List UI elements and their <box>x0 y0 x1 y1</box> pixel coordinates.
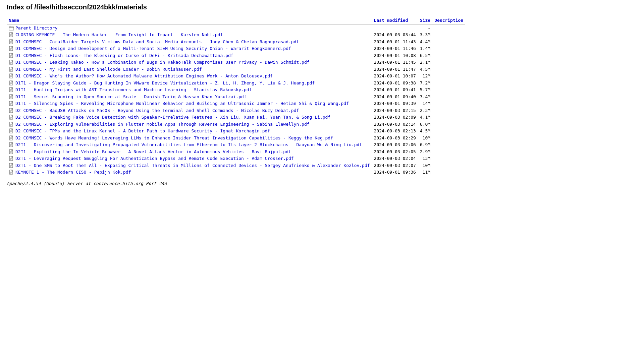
file-description <box>432 79 465 86</box>
file-modified: 2024-09-03 02:09 <box>372 114 418 121</box>
file-modified: 2024-09-03 02:06 <box>372 141 418 148</box>
table-row: D1T1 - Secret Scanning in Open Source at… <box>7 93 465 100</box>
table-row: CLOSING KEYNOTE - The Modern Hacker – Fr… <box>7 32 465 39</box>
pdf-icon <box>9 170 14 175</box>
pdf-icon <box>9 80 14 86</box>
table-row: D2 COMMSEC - Words Have Meaning! Leverag… <box>7 134 465 141</box>
parent-modified <box>372 24 418 32</box>
server-info: Apache/2.4.54 (Ubuntu) Server at confere… <box>7 181 637 186</box>
file-description <box>432 59 465 66</box>
file-modified: 2024-09-03 02:14 <box>372 121 418 128</box>
last-modified-column-header[interactable]: Last modified <box>374 18 408 23</box>
table-row: D1 COMMSEC - Design and Development of a… <box>7 45 465 52</box>
table-row: D2T1 - Discovering and Investigating Pro… <box>7 141 465 148</box>
table-row: D1 COMMSEC - Who's the Author? How Autom… <box>7 73 465 80</box>
parent-desc <box>432 24 465 32</box>
file-link[interactable]: D1 COMMSEC - CoralRaider Targets Victims… <box>15 39 299 44</box>
file-modified: 2024-09-01 11:47 <box>372 66 418 73</box>
file-size: 4.5M <box>418 66 432 73</box>
file-link[interactable]: D1 COMMSEC - Leaking Kakao - How a Combi… <box>15 60 310 65</box>
file-modified: 2024-09-01 11:43 <box>372 38 418 45</box>
file-description <box>432 128 465 135</box>
table-row: D2T1 - One SMS to Root Them All - Exposi… <box>7 162 465 169</box>
pdf-icon <box>9 53 14 58</box>
file-size: 14M <box>418 100 432 107</box>
file-modified: 2024-09-03 02:13 <box>372 128 418 135</box>
file-link[interactable]: D2 COMMSEC - BadUSB Attacks on MacOS - B… <box>15 108 299 113</box>
file-modified: 2024-09-01 09:41 <box>372 86 418 94</box>
file-link[interactable]: D2 COMMSEC - Exploring Vulnerabilities i… <box>15 122 310 127</box>
file-modified: 2024-09-03 03:44 <box>372 32 418 39</box>
file-description <box>432 148 465 155</box>
file-description <box>432 100 465 107</box>
pdf-icon <box>9 32 14 38</box>
file-link[interactable]: D1 COMMSEC - Design and Development of a… <box>15 46 291 51</box>
file-size: 5.7M <box>418 86 432 94</box>
file-modified: 2024-09-01 09:36 <box>372 169 418 176</box>
table-row: D2T1 - Leveraging Request Smuggling For … <box>7 155 465 162</box>
file-link[interactable]: D2T1 - One SMS to Root Them All - Exposi… <box>15 163 370 168</box>
file-description <box>432 114 465 121</box>
pdf-icon <box>9 94 14 100</box>
pdf-icon <box>9 142 14 148</box>
file-link[interactable]: D1 COMMSEC - Who's the Author? How Autom… <box>15 73 273 78</box>
parent-dir-icon <box>9 25 14 31</box>
file-modified: 2024-09-01 09:40 <box>372 93 418 100</box>
table-row: D2T1 - Exploiting the In-Vehicle Browser… <box>7 148 465 155</box>
file-size: 7.2M <box>418 79 432 86</box>
file-description <box>432 45 465 52</box>
file-description <box>432 121 465 128</box>
file-link[interactable]: D1T1 - Hunting Trojans with AST Transfor… <box>15 87 252 92</box>
file-description <box>432 134 465 141</box>
description-column-header[interactable]: Description <box>434 18 463 23</box>
table-row: D1T1 - Hunting Trojans with AST Transfor… <box>7 86 465 94</box>
file-description <box>432 162 465 169</box>
pdf-icon <box>9 115 14 120</box>
file-size: 2.1M <box>418 59 432 66</box>
file-modified: 2024-09-01 10:07 <box>372 73 418 80</box>
file-link[interactable]: D2T1 - Discovering and Investigating Pro… <box>15 142 362 147</box>
file-link[interactable]: D1T1 - Silencing Spies - Revealing Micro… <box>15 101 349 106</box>
table-row: D1 COMMSEC - My First and Last Shellcode… <box>7 66 465 73</box>
file-size: 4.5M <box>418 128 432 135</box>
table-row: D1T1 - Silencing Spies - Revealing Micro… <box>7 100 465 107</box>
pdf-icon <box>9 87 14 93</box>
file-description <box>432 86 465 94</box>
file-link[interactable]: CLOSING KEYNOTE - The Modern Hacker – Fr… <box>15 32 223 37</box>
file-modified: 2024-09-03 02:05 <box>372 148 418 155</box>
pdf-icon <box>9 108 14 113</box>
file-size: 6.5M <box>418 52 432 59</box>
file-link[interactable]: D1 COMMSEC - My First and Last Shellcode… <box>15 67 202 72</box>
size-column-header[interactable]: Size <box>420 18 430 23</box>
file-size: 10M <box>418 134 432 141</box>
file-description <box>432 73 465 80</box>
table-row: D2 COMMSEC - BadUSB Attacks on MacOS - B… <box>7 107 465 114</box>
file-link[interactable]: D2 COMMSEC - Words Have Meaning! Leverag… <box>15 135 333 140</box>
pdf-icon <box>9 46 14 52</box>
file-modified: 2024-09-01 11:46 <box>372 45 418 52</box>
name-column-header[interactable]: Name <box>9 18 19 23</box>
file-description <box>432 38 465 45</box>
file-link[interactable]: D2T1 - Exploiting the In-Vehicle Browser… <box>15 149 291 154</box>
pdf-icon <box>9 156 14 162</box>
file-link[interactable]: D2 COMMSEC - Breaking Fake Voice Detecti… <box>15 115 330 120</box>
file-modified: 2024-09-03 02:07 <box>372 162 418 169</box>
pdf-icon <box>9 66 14 72</box>
file-link[interactable]: D1 COMMSEC - Flash Loans- The Blessing o… <box>15 53 233 58</box>
file-size: 1.4M <box>418 45 432 52</box>
pdf-icon <box>9 128 14 134</box>
file-description <box>432 169 465 176</box>
file-link[interactable]: D1T1 - Secret Scanning in Open Source at… <box>15 94 247 99</box>
file-link[interactable]: D1T1 - Dragon Slaying Guide - Bug Huntin… <box>15 80 315 85</box>
parent-size: - <box>418 24 432 32</box>
file-link[interactable]: D2 COMMSEC - TPMs and the Linux Kernel -… <box>15 128 270 133</box>
table-row: D1 COMMSEC - CoralRaider Targets Victims… <box>7 38 465 45</box>
file-size: 13M <box>418 155 432 162</box>
file-link[interactable]: D2T1 - Leveraging Request Smuggling For … <box>15 156 294 161</box>
file-description <box>432 52 465 59</box>
file-link[interactable]: KEYNOTE 1 - The Modern CISO - Pepijn Kok… <box>15 170 131 175</box>
file-description <box>432 141 465 148</box>
pdf-icon <box>9 39 14 45</box>
file-modified: 2024-09-01 11:45 <box>372 59 418 66</box>
parent-directory-link[interactable]: Parent Directory <box>15 25 57 31</box>
